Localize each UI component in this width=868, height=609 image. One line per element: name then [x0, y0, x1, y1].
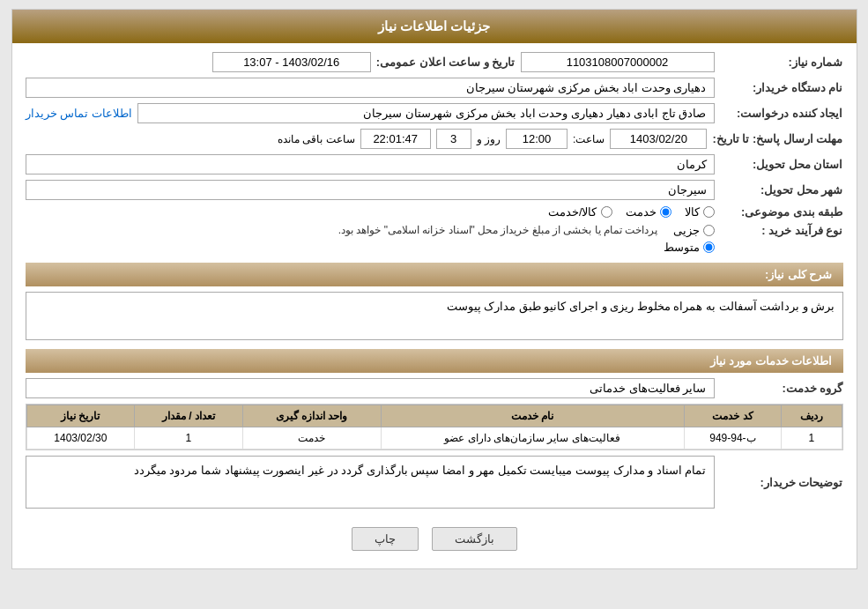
- need-desc-value: برش و برداشت آسفالت به همراه مخلوط ریزی …: [26, 292, 843, 340]
- col-unit: واحد اندازه گیری: [242, 405, 381, 427]
- deadline-row: مهلت ارسال پاسخ: تا تاریخ: 1403/02/20 سا…: [26, 129, 843, 149]
- main-container: جزئیات اطلاعات نیاز شماره نیاز: 11031080…: [11, 9, 857, 569]
- category-label-kala-khedmat: کالا/خدمت: [548, 205, 597, 219]
- category-label-kala: کالا: [685, 205, 700, 219]
- purchase-option-motavasset: متوسط: [664, 241, 715, 254]
- announce-value: 1403/02/16 - 13:07: [212, 52, 371, 72]
- category-options: کالا خدمت کالا/خدمت: [548, 205, 715, 219]
- deadline-time: 12:00: [506, 129, 568, 149]
- print-button[interactable]: چاپ: [352, 527, 419, 551]
- services-section-header: اطلاعات خدمات مورد نیاز: [26, 349, 843, 373]
- purchase-option-jozei: جزیی: [664, 224, 715, 237]
- need-number-row: شماره نیاز: 1103108007000002 تاریخ و ساع…: [26, 52, 843, 72]
- services-table-container: ردیف کد خدمت نام خدمت واحد اندازه گیری ت…: [26, 404, 843, 450]
- purchase-radio-motavasset[interactable]: [703, 241, 715, 253]
- col-date: تاریخ نیاز: [26, 405, 135, 427]
- creator-value: صادق تاج ابادی دهیار دهیاری وحدت اباد بخ…: [137, 103, 715, 123]
- buyer-station-value: دهیاری وحدت اباد بخش مرکزی شهرستان سیرجا…: [26, 78, 715, 98]
- need-number-label: شماره نیاز:: [720, 56, 843, 69]
- table-header-row: ردیف کد خدمت نام خدمت واحد اندازه گیری ت…: [26, 405, 842, 427]
- service-group-row: گروه خدمت: سایر فعالیت‌های خدماتی: [26, 378, 843, 398]
- purchase-radio-jozei[interactable]: [703, 225, 715, 236]
- back-button[interactable]: بازگشت: [432, 527, 517, 551]
- buyer-station-label: نام دستگاه خریدار:: [720, 81, 843, 94]
- purchase-type-desc: پرداخت تمام یا بخشی از مبلغ خریداز محل "…: [26, 224, 658, 236]
- table-row: 1 ب-94-949 فعالیت‌های سایر سازمان‌های دا…: [26, 427, 842, 449]
- page-header: جزئیات اطلاعات نیاز: [12, 10, 857, 43]
- service-group-value: سایر فعالیت‌های خدماتی: [26, 378, 715, 398]
- category-radio-kala-khedmat[interactable]: [601, 206, 612, 218]
- need-desc-row: برش و برداشت آسفالت به همراه مخلوط ریزی …: [26, 292, 843, 340]
- purchase-options: جزیی متوسط: [664, 224, 715, 254]
- need-number-value: 1103108007000002: [521, 52, 715, 72]
- category-radio-kala[interactable]: [703, 206, 715, 218]
- province-value: کرمان: [26, 154, 715, 175]
- category-label-khedmat: خدمت: [626, 205, 657, 219]
- services-table: ردیف کد خدمت نام خدمت واحد اندازه گیری ت…: [26, 405, 842, 449]
- announce-label: تاریخ و ساعت اعلان عمومی:: [376, 56, 516, 69]
- category-option-kala-khedmat: کالا/خدمت: [548, 205, 612, 219]
- deadline-time-label: ساعت:: [573, 133, 605, 145]
- category-label: طبقه بندی موضوعی:: [720, 205, 843, 219]
- buyer-desc-row: توضیحات خریدار: تمام اسناد و مدارک پیوست…: [26, 456, 843, 509]
- deadline-remaining: 22:01:47: [360, 129, 431, 149]
- page-title: جزئیات اطلاعات نیاز: [378, 19, 490, 33]
- cell-service-code: ب-94-949: [684, 427, 781, 449]
- col-service-code: کد خدمت: [684, 405, 781, 427]
- cell-quantity: 1: [135, 427, 243, 449]
- creator-row: ایجاد کننده درخواست: صادق تاج ابادی دهیا…: [26, 103, 843, 123]
- footer-buttons: بازگشت چاپ: [26, 514, 843, 560]
- category-row: طبقه بندی موضوعی: کالا خدمت کالا/خدمت: [26, 205, 843, 219]
- category-option-khedmat: خدمت: [626, 205, 671, 219]
- service-group-label: گروه خدمت:: [720, 382, 843, 395]
- buyer-desc-value: تمام اسناد و مدارک پیوست میبایست تکمیل م…: [26, 456, 715, 509]
- province-label: استان محل تحویل:: [720, 158, 843, 171]
- purchase-type-row: نوع فرآیند خرید : جزیی متوسط پرداخت تمام…: [26, 224, 843, 254]
- purchase-type-label: نوع فرآیند خرید :: [720, 224, 843, 237]
- deadline-date: 1403/02/20: [610, 129, 707, 149]
- deadline-day-label: روز و: [477, 133, 501, 145]
- col-service-name: نام خدمت: [381, 405, 684, 427]
- content-area: شماره نیاز: 1103108007000002 تاریخ و ساع…: [12, 43, 857, 568]
- buyer-station-row: نام دستگاه خریدار: دهیاری وحدت اباد بخش …: [26, 78, 843, 98]
- buyer-desc-label: توضیحات خریدار:: [720, 476, 843, 489]
- cell-unit: خدمت: [242, 427, 381, 449]
- col-row-num: ردیف: [782, 405, 842, 427]
- purchase-label-motavasset: متوسط: [664, 241, 700, 254]
- purchase-label-jozei: جزیی: [673, 224, 700, 237]
- cell-service-name: فعالیت‌های سایر سازمان‌های دارای عضو: [381, 427, 684, 449]
- cell-date: 1403/02/30: [26, 427, 135, 449]
- deadline-label: مهلت ارسال پاسخ: تا تاریخ:: [712, 132, 842, 145]
- deadline-remaining-label: ساعت باقی مانده: [278, 133, 355, 145]
- city-value: سیرجان: [26, 180, 715, 200]
- creator-label: ایجاد کننده درخواست:: [720, 107, 843, 120]
- contact-link[interactable]: اطلاعات تماس خریدار: [26, 107, 132, 120]
- city-label: شهر محل تحویل:: [720, 183, 843, 197]
- category-radio-khedmat[interactable]: [660, 206, 671, 218]
- deadline-days: 3: [436, 129, 471, 149]
- category-option-kala: کالا: [685, 205, 715, 219]
- col-quantity: تعداد / مقدار: [135, 405, 243, 427]
- province-row: استان محل تحویل: کرمان: [26, 154, 843, 175]
- need-desc-section-header: شرح کلی نیاز:: [26, 263, 843, 286]
- need-desc-section-title: شرح کلی نیاز:: [765, 268, 833, 281]
- city-row: شهر محل تحویل: سیرجان: [26, 180, 843, 200]
- services-section-title: اطلاعات خدمات مورد نیاز: [710, 354, 833, 368]
- cell-row-num: 1: [782, 427, 842, 449]
